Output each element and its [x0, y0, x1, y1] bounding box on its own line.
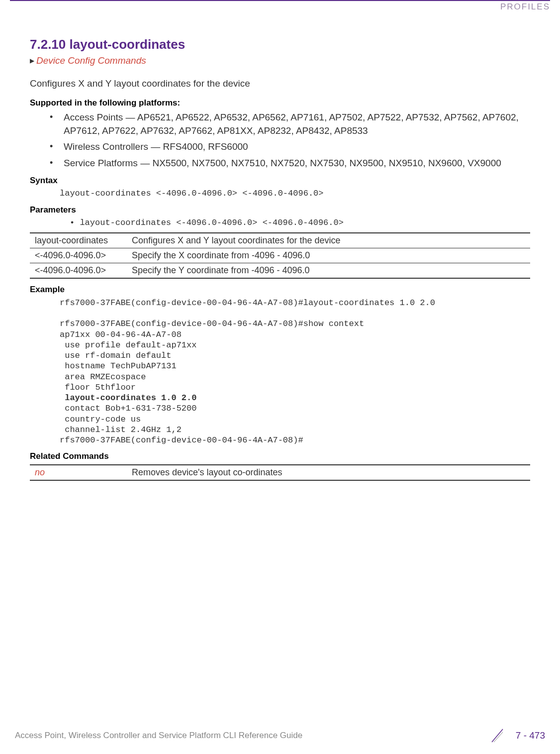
- related-desc: Removes device's layout co-ordinates: [127, 465, 530, 480]
- main-content: 7.2.10 layout-coordinates ▶ Device Confi…: [0, 12, 560, 481]
- example-line: use profile default-ap71xx: [60, 340, 196, 350]
- param-desc: Specify the Y coordinate from -4096 - 40…: [127, 263, 530, 278]
- example-line: contact Bob+1-631-738-5200: [60, 404, 196, 413]
- header-label: PROFILES: [500, 2, 550, 11]
- svg-line-1: [494, 732, 503, 742]
- example-line: ap71xx 00-04-96-4A-A7-08: [60, 330, 182, 339]
- table-row: <-4096.0-4096.0> Specify the X coordinat…: [30, 248, 530, 263]
- intro-text: Configures X and Y layout coordinates fo…: [30, 78, 530, 89]
- list-item: Wireless Controllers — RFS4000, RFS6000: [50, 140, 530, 154]
- list-item: Service Platforms — NX5500, NX7500, NX75…: [50, 157, 530, 170]
- table-row: layout-coordinates Configures X and Y la…: [30, 233, 530, 248]
- parameters-heading: Parameters: [30, 205, 530, 215]
- example-line: floor 5thfloor: [60, 383, 136, 392]
- param-desc: Configures X and Y layout coordinates fo…: [127, 233, 530, 248]
- param-name: layout-coordinates: [30, 233, 127, 248]
- example-line: rfs7000-37FABE(config-device-00-04-96-4A…: [60, 435, 303, 445]
- table-row: no Removes device's layout co-ordinates: [30, 465, 530, 480]
- parameters-table: layout-coordinates Configures X and Y la…: [30, 232, 530, 279]
- param-desc: Specify the X coordinate from -4096 - 40…: [127, 248, 530, 263]
- example-line: area RMZEcospace: [60, 372, 146, 382]
- table-row: <-4096.0-4096.0> Specify the Y coordinat…: [30, 263, 530, 278]
- page-footer: Access Point, Wireless Controller and Se…: [0, 727, 560, 744]
- example-heading: Example: [30, 285, 530, 295]
- list-item: Access Points — AP6521, AP6522, AP6532, …: [50, 111, 530, 137]
- related-table: no Removes device's layout co-ordinates: [30, 464, 530, 481]
- example-line: use rf-domain default: [60, 351, 171, 360]
- example-line-bold: layout-coordinates 1.0 2.0: [60, 393, 196, 403]
- page-number: 7 - 473: [516, 730, 545, 741]
- breadcrumb-text[interactable]: Device Config Commands: [36, 55, 146, 66]
- example-line: rfs7000-37FABE(config-device-00-04-96-4A…: [60, 298, 435, 308]
- section-heading: 7.2.10 layout-coordinates: [30, 37, 530, 52]
- example-line: hostname TechPubAP7131: [60, 361, 177, 371]
- param-name: <-4096.0-4096.0>: [30, 263, 127, 278]
- example-line: country-code us: [60, 415, 141, 424]
- syntax-heading: Syntax: [30, 176, 530, 186]
- page-header: PROFILES: [10, 0, 550, 12]
- arrow-right-icon: ▶: [30, 57, 34, 64]
- related-heading: Related Commands: [30, 451, 530, 461]
- breadcrumb: ▶ Device Config Commands: [30, 55, 530, 66]
- platforms-heading: Supported in the following platforms:: [30, 98, 530, 108]
- footer-title: Access Point, Wireless Controller and Se…: [15, 731, 302, 741]
- related-cmd[interactable]: no: [30, 465, 127, 480]
- example-line: rfs7000-37FABE(config-device-00-04-96-4A…: [60, 319, 364, 328]
- footer-right: 7 - 473: [489, 727, 545, 744]
- platforms-list: Access Points — AP6521, AP6522, AP6532, …: [30, 111, 530, 170]
- slash-icon: [489, 727, 506, 744]
- svg-line-0: [492, 729, 503, 742]
- example-block: rfs7000-37FABE(config-device-00-04-96-4A…: [30, 298, 530, 446]
- example-line: channel-list 2.4GHz 1,2: [60, 425, 182, 434]
- syntax-code: layout-coordinates <-4096.0-4096.0> <-40…: [30, 189, 530, 199]
- param-name: <-4096.0-4096.0>: [30, 248, 127, 263]
- parameters-bullet: • layout-coordinates <-4096.0-4096.0> <-…: [30, 218, 530, 227]
